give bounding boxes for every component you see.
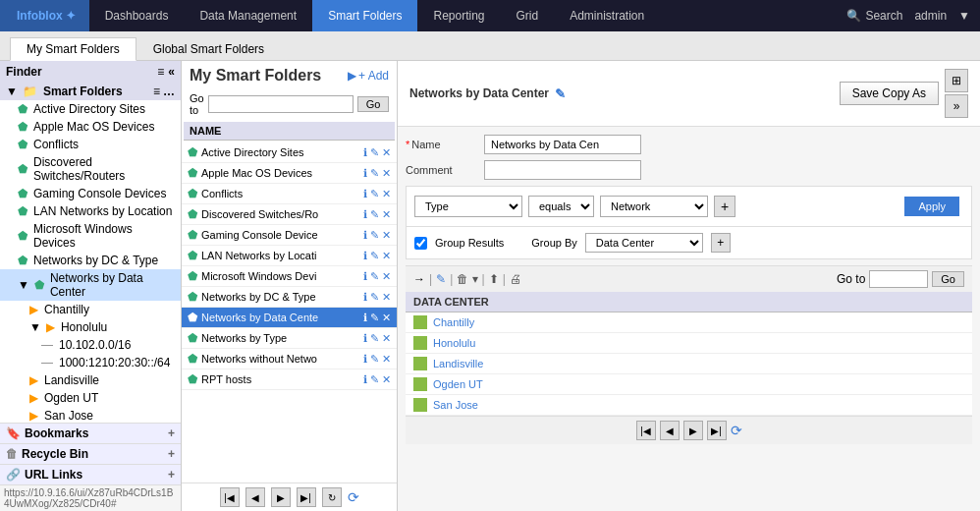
edit-icon[interactable]: ✎ — [370, 208, 379, 221]
list-item-netdatacenter[interactable]: ⬟ Networks by Data Cente ℹ ✎ ✕ — [182, 308, 397, 328]
edit-icon[interactable]: ✎ — [370, 229, 379, 242]
url-links-section[interactable]: 🔗 URL Links + — [0, 464, 181, 484]
group-by-select[interactable]: Data Center — [585, 233, 703, 253]
info-icon[interactable]: ℹ — [363, 208, 367, 221]
delete-icon[interactable]: ✕ — [382, 208, 391, 221]
info-icon[interactable]: ℹ — [363, 291, 367, 304]
toolbar-edit-icon[interactable]: ✎ — [436, 272, 446, 286]
finder-item-network2[interactable]: — 1000:1210:20:30::/64 — [0, 354, 181, 371]
list-item-netdc[interactable]: ⬟ Networks by DC & Type ℹ ✎ ✕ — [182, 287, 397, 308]
list-item-switches[interactable]: ⬟ Discovered Switches/Ro ℹ ✎ ✕ — [182, 204, 397, 225]
recycle-add-icon[interactable]: + — [168, 447, 175, 461]
list-item-rpt[interactable]: ⬟ RPT hosts ℹ ✎ ✕ — [182, 369, 397, 390]
finder-item-network1[interactable]: — 10.102.0.0/16 — [0, 336, 181, 354]
edit-icon[interactable]: ✎ — [370, 146, 379, 159]
finder-item-landisville[interactable]: ▶ Landisville — [0, 371, 181, 389]
toolbar-delete-icon[interactable]: 🗑 ▾ — [457, 272, 477, 286]
finder-item-lan[interactable]: ⬟ LAN Networks by Location — [0, 202, 181, 220]
tab-global-smart-folders[interactable]: Global Smart Folders — [136, 37, 281, 60]
delete-icon[interactable]: ✕ — [382, 229, 391, 242]
edit-icon[interactable]: ✎ — [370, 373, 379, 386]
delete-icon[interactable]: ✕ — [382, 167, 391, 180]
apply-button[interactable]: Apply — [904, 197, 959, 216]
equals-select[interactable]: equals — [528, 196, 594, 217]
type-select[interactable]: Type — [414, 196, 522, 217]
finder-collapse-icon[interactable]: ≡ — [157, 65, 164, 79]
finder-item-mswin[interactable]: ⬟ Microsoft Windows Devices — [0, 220, 181, 252]
expand-icon-btn[interactable]: » — [945, 94, 968, 118]
goto-go-button[interactable]: Go — [932, 271, 964, 287]
finder-item-gaming[interactable]: ⬟ Gaming Console Devices — [0, 185, 181, 202]
delete-icon[interactable]: ✕ — [382, 353, 391, 366]
edit-icon[interactable]: ✎ — [370, 167, 379, 180]
bookmarks-add-icon[interactable]: + — [168, 426, 175, 440]
grid-icon-btn[interactable]: ⊞ — [945, 69, 968, 92]
finder-item-chantilly[interactable]: ▶ Chantilly — [0, 301, 181, 318]
list-item-nettype[interactable]: ⬟ Networks by Type ℹ ✎ ✕ — [182, 328, 397, 349]
edit-icon[interactable]: ✎ — [370, 270, 379, 283]
list-item-gaming[interactable]: ⬟ Gaming Console Device ℹ ✎ ✕ — [182, 225, 397, 246]
list-item-lan[interactable]: ⬟ LAN Networks by Locati ℹ ✎ ✕ — [182, 246, 397, 266]
tab-my-smart-folders[interactable]: My Smart Folders — [10, 37, 136, 61]
data-row-ogden[interactable]: Ogden UT — [406, 374, 972, 395]
save-copy-button[interactable]: Save Copy As — [840, 82, 939, 105]
info-icon[interactable]: ℹ — [363, 146, 367, 159]
nav-smart-folders[interactable]: Smart Folders — [312, 0, 417, 31]
delete-icon[interactable]: ✕ — [382, 373, 391, 386]
edit-icon[interactable]: ✎ — [370, 353, 379, 366]
info-icon[interactable]: ℹ — [363, 353, 367, 366]
network-select[interactable]: Network — [600, 196, 708, 217]
info-icon[interactable]: ℹ — [363, 250, 367, 262]
delete-icon[interactable]: ✕ — [382, 270, 391, 283]
finder-item-netdc[interactable]: ⬟ Networks by DC & Type — [0, 252, 181, 269]
delete-icon[interactable]: ✕ — [382, 291, 391, 304]
nav-data-management[interactable]: Data Management — [184, 0, 312, 31]
df-next-btn[interactable]: ▶ — [683, 421, 703, 440]
list-item-macos[interactable]: ⬟ Apple Mac OS Devices ℹ ✎ ✕ — [182, 163, 397, 184]
refresh-icon[interactable]: ⟳ — [348, 489, 359, 505]
finder-item-netdatacenter[interactable]: ▼ ⬟ Networks by Data Center — [0, 269, 181, 301]
data-row-landisville[interactable]: Landisville — [406, 354, 972, 374]
toolbar-print-icon[interactable]: 🖨 — [510, 272, 521, 286]
info-icon[interactable]: ℹ — [363, 229, 367, 242]
comment-input[interactable] — [484, 160, 641, 180]
data-row-chantilly[interactable]: Chantilly — [406, 312, 972, 333]
recycle-bin-section[interactable]: 🗑 Recycle Bin + — [0, 443, 181, 464]
finder-list-icon[interactable]: ≡ — [153, 85, 160, 98]
edit-title-icon[interactable]: ✎ — [555, 86, 566, 101]
df-refresh-icon[interactable]: ⟳ — [731, 423, 742, 438]
finder-item-conflicts[interactable]: ⬟ Conflicts — [0, 136, 181, 153]
nav-grid[interactable]: Grid — [501, 0, 555, 31]
list-item-mswin[interactable]: ⬟ Microsoft Windows Devi ℹ ✎ ✕ — [182, 266, 397, 287]
finder-item-sanjose[interactable]: ▶ San Jose — [0, 407, 181, 423]
list-item-netnonet[interactable]: ⬟ Networks without Netwo ℹ ✎ ✕ — [182, 349, 397, 369]
info-icon[interactable]: ℹ — [363, 188, 367, 200]
user-label[interactable]: admin — [914, 9, 947, 23]
group-results-checkbox[interactable] — [414, 237, 427, 250]
search-area[interactable]: 🔍 Search — [846, 9, 902, 23]
info-icon[interactable]: ℹ — [363, 332, 367, 345]
bookmarks-section[interactable]: 🔖 Bookmarks + — [0, 423, 181, 443]
edit-icon[interactable]: ✎ — [370, 332, 379, 345]
delete-icon[interactable]: ✕ — [382, 312, 391, 324]
next-page-btn[interactable]: ▶ — [271, 487, 291, 507]
edit-icon[interactable]: ✎ — [370, 291, 379, 304]
info-icon[interactable]: ℹ — [363, 167, 367, 180]
group-add-button[interactable]: + — [711, 233, 731, 253]
toolbar-upload-icon[interactable]: ⬆ — [489, 272, 499, 286]
last-page-btn[interactable]: ▶| — [297, 487, 316, 507]
info-icon[interactable]: ℹ — [363, 373, 367, 386]
nav-reporting[interactable]: Reporting — [417, 0, 500, 31]
info-icon[interactable]: ℹ — [363, 312, 367, 324]
goto-input[interactable] — [869, 270, 928, 288]
delete-icon[interactable]: ✕ — [382, 250, 391, 262]
delete-icon[interactable]: ✕ — [382, 188, 391, 200]
data-row-sanjose[interactable]: San Jose — [406, 395, 972, 416]
info-icon[interactable]: ℹ — [363, 270, 367, 283]
finder-item-honolulu[interactable]: ▼ ▶ Honolulu — [0, 318, 181, 336]
filter-add-button[interactable]: + — [714, 196, 735, 217]
nav-dashboards[interactable]: Dashboards — [89, 0, 185, 31]
app-logo[interactable]: Infoblox ✦ — [0, 0, 89, 31]
nav-administration[interactable]: Administration — [554, 0, 660, 31]
edit-icon[interactable]: ✎ — [370, 312, 379, 324]
